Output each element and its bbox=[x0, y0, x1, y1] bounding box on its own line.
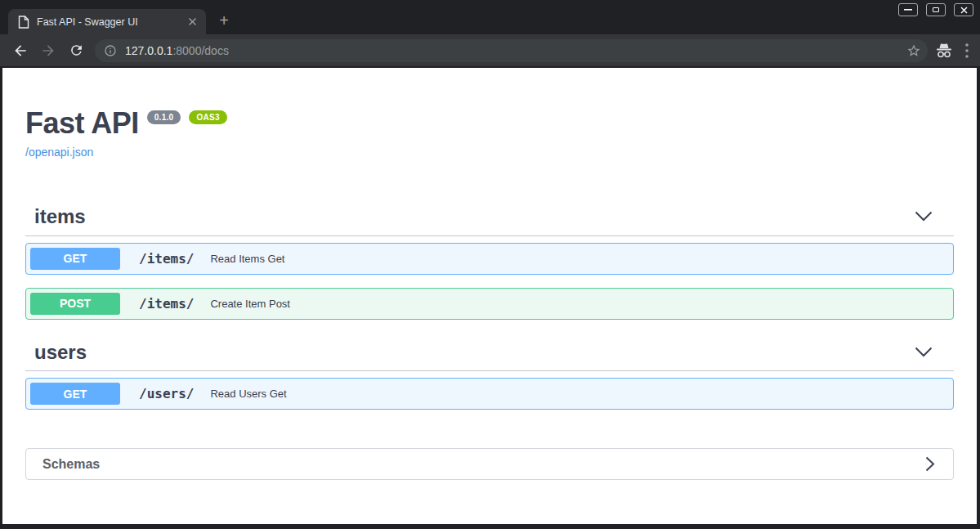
page-content: Fast API 0.1.0 OAS3 /openapi.json items bbox=[2, 68, 977, 524]
operation-summary: Create Item Post bbox=[210, 298, 290, 310]
chevron-down-icon[interactable] bbox=[915, 211, 933, 222]
tab-close-icon[interactable] bbox=[185, 15, 199, 29]
get-method-badge[interactable]: GET bbox=[30, 248, 120, 270]
new-tab-plus-icon[interactable]: + bbox=[214, 11, 234, 30]
url-path: :8000/docs bbox=[172, 44, 229, 57]
section-users-title: users bbox=[34, 341, 87, 364]
oas3-badge: OAS3 bbox=[189, 110, 226, 124]
incognito-icon bbox=[934, 42, 954, 60]
url-host: 127.0.0.1 bbox=[125, 44, 172, 57]
operation-summary: Read Items Get bbox=[210, 253, 284, 265]
operation-path: /items/ bbox=[139, 296, 194, 312]
section-items-title: items bbox=[34, 205, 86, 228]
get-method-badge[interactable]: GET bbox=[30, 383, 120, 405]
operation-get-users[interactable]: GET /users/ Read Users Get bbox=[25, 378, 954, 410]
api-info: Fast API 0.1.0 OAS3 /openapi.json bbox=[25, 109, 954, 159]
section-items: items GET /items/ Read Items Get bbox=[25, 205, 954, 320]
chevron-right-icon[interactable] bbox=[925, 456, 935, 472]
info-icon[interactable] bbox=[104, 44, 117, 57]
url-text: 127.0.0.1:8000/docs bbox=[125, 44, 229, 57]
forward-icon[interactable] bbox=[37, 39, 60, 62]
tab-title: Fast API - Swagger UI bbox=[37, 16, 185, 28]
operation-path: /items/ bbox=[139, 251, 194, 267]
operation-path: /users/ bbox=[139, 386, 194, 401]
browser-window: Fast API - Swagger UI + bbox=[0, 0, 980, 529]
api-title-text: Fast API bbox=[25, 109, 139, 138]
window-controls bbox=[898, 3, 973, 16]
document-favicon-icon bbox=[18, 16, 29, 29]
operation-summary: Read Users Get bbox=[210, 388, 286, 400]
browser-tab[interactable]: Fast API - Swagger UI bbox=[8, 9, 206, 34]
browser-toolbar: 127.0.0.1:8000/docs bbox=[0, 34, 980, 66]
api-title: Fast API 0.1.0 OAS3 bbox=[25, 109, 954, 138]
section-users: users GET /users/ Read Users Get bbox=[25, 341, 954, 410]
operation-post-items[interactable]: POST /items/ Create Item Post bbox=[25, 288, 954, 320]
reload-icon[interactable] bbox=[65, 39, 87, 62]
post-method-badge[interactable]: POST bbox=[30, 293, 120, 315]
chevron-down-icon[interactable] bbox=[915, 347, 933, 357]
address-bar[interactable]: 127.0.0.1:8000/docs bbox=[95, 39, 928, 62]
close-button[interactable] bbox=[954, 3, 973, 16]
kebab-menu-icon[interactable] bbox=[965, 43, 969, 58]
openapi-spec-link[interactable]: /openapi.json bbox=[25, 146, 93, 159]
section-items-header[interactable]: items bbox=[25, 205, 954, 236]
schemas-title: Schemas bbox=[43, 457, 100, 472]
star-icon[interactable] bbox=[906, 43, 921, 58]
operation-get-items[interactable]: GET /items/ Read Items Get bbox=[25, 243, 954, 275]
section-users-header[interactable]: users bbox=[25, 341, 954, 372]
back-icon[interactable] bbox=[9, 39, 32, 62]
minimize-button[interactable] bbox=[898, 3, 918, 16]
version-badge: 0.1.0 bbox=[147, 110, 181, 124]
title-bar[interactable]: Fast API - Swagger UI + bbox=[0, 0, 980, 34]
schemas-section-header[interactable]: Schemas bbox=[25, 448, 954, 480]
maximize-button[interactable] bbox=[926, 3, 946, 16]
